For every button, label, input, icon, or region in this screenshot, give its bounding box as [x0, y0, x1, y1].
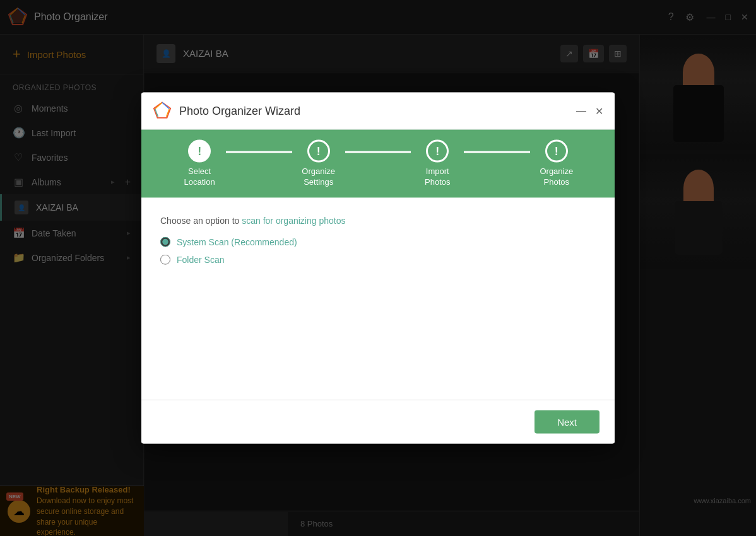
folder-scan-option[interactable]: Folder Scan — [160, 254, 596, 264]
step-connector-1 — [226, 151, 292, 153]
wizard-logo — [153, 102, 172, 120]
next-button[interactable]: Next — [535, 410, 599, 433]
svg-line-8 — [162, 102, 169, 108]
wizard-body: Choose an option to scan for organizing … — [141, 197, 615, 399]
step-connector-3 — [464, 151, 529, 153]
scan-options: System Scan (Recommended) Folder Scan — [160, 236, 596, 264]
wizard-footer: Next — [141, 399, 615, 443]
step-import-photos: ! ImportPhotos — [405, 140, 470, 188]
step-organize-photos: ! OrganizePhotos — [524, 140, 589, 188]
wizard-modal: Photo Organizer Wizard — ✕ ! SelectLocat… — [141, 93, 615, 444]
system-scan-label: System Scan (Recommended) — [177, 236, 297, 247]
wizard-close-button[interactable]: ✕ — [595, 105, 603, 117]
folder-scan-radio[interactable] — [160, 254, 170, 264]
step-select-location: ! SelectLocation — [167, 140, 232, 188]
steps-bar: ! SelectLocation ! OrganizeSettings ! Im… — [141, 130, 615, 198]
wizard-instruction: Choose an option to scan for organizing … — [160, 215, 596, 225]
instruction-highlight: scan for organizing photos — [242, 215, 345, 225]
step-connector-2 — [345, 151, 411, 153]
wizard-minimize-button[interactable]: — — [576, 105, 586, 117]
wizard-title: Photo Organizer Wizard — [179, 104, 569, 117]
step-2-circle: ! — [307, 140, 330, 163]
system-scan-radio[interactable] — [160, 236, 170, 247]
step-3-label: ImportPhotos — [425, 166, 450, 188]
step-2-label: OrganizeSettings — [302, 166, 335, 188]
folder-scan-label: Folder Scan — [177, 254, 224, 264]
wizard-window-controls: — ✕ — [576, 105, 603, 117]
wizard-titlebar: Photo Organizer Wizard — ✕ — [141, 93, 615, 130]
step-3-circle: ! — [426, 140, 449, 163]
step-organize-settings: ! OrganizeSettings — [286, 140, 351, 188]
svg-line-7 — [155, 102, 162, 108]
system-scan-option[interactable]: System Scan (Recommended) — [160, 236, 596, 247]
step-4-label: OrganizePhotos — [540, 166, 573, 188]
step-1-circle: ! — [188, 140, 211, 163]
step-1-label: SelectLocation — [184, 166, 215, 188]
step-4-circle: ! — [545, 140, 568, 163]
svg-marker-6 — [154, 102, 170, 117]
